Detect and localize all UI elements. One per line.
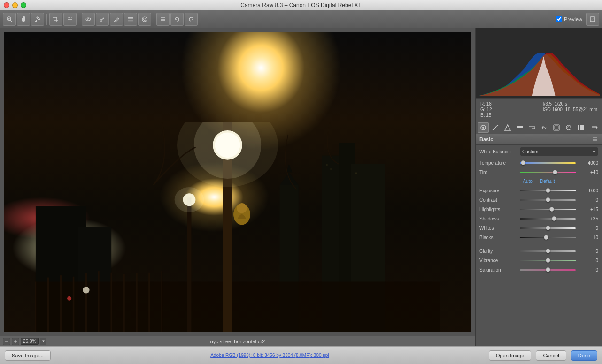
auto-button[interactable]: Auto	[523, 179, 533, 184]
red-eye-tool[interactable]	[82, 13, 95, 26]
adjustments-panel: Basic White Balance: Custom As Shot Auto…	[476, 134, 602, 346]
svg-point-50	[177, 122, 278, 187]
temperature-row: Temperature 4000	[476, 158, 602, 167]
camera-info: R: 18 G: 12 B: 15 f/3.5 1/20 s ISO 1600 …	[476, 99, 602, 121]
zoom-tool[interactable]	[3, 13, 16, 26]
svg-rect-13	[128, 17, 133, 18]
panel-tool-tone-curve[interactable]	[490, 122, 501, 133]
zoom-out-button[interactable]	[3, 338, 10, 345]
separator-1	[46, 14, 47, 25]
saturation-row: Saturation 0	[476, 265, 602, 274]
adjustment-brush-tool[interactable]	[110, 13, 123, 26]
svg-rect-65	[517, 127, 523, 128]
exposure-slider[interactable]	[520, 187, 576, 194]
save-image-button[interactable]: Save Image...	[5, 350, 51, 361]
rotate-ccw-tool[interactable]	[170, 13, 184, 26]
basic-section-title: Basic	[479, 136, 493, 142]
blacks-row: Blacks -10	[476, 233, 602, 242]
blacks-value[interactable]: -10	[579, 235, 598, 240]
preferences-tool[interactable]	[156, 13, 170, 26]
zoom-in-button[interactable]	[12, 338, 19, 345]
aperture-shutter: f/3.5 1/20 s	[543, 101, 597, 106]
whites-slider[interactable]	[520, 225, 576, 231]
panel-section-menu[interactable]	[589, 122, 600, 133]
temperature-slider[interactable]	[520, 159, 576, 166]
preview-checkbox[interactable]	[556, 16, 562, 22]
vibrance-slider[interactable]	[520, 257, 576, 264]
svg-rect-60	[15, 340, 16, 343]
close-button[interactable]	[4, 2, 9, 8]
shadows-row: Shadows +35	[476, 214, 602, 223]
tint-label: Tint	[479, 170, 517, 175]
tint-slider[interactable]	[520, 169, 576, 175]
highlights-slider[interactable]	[520, 206, 576, 212]
whites-value[interactable]: 0	[579, 226, 598, 231]
panel-tool-camera-cal[interactable]	[563, 122, 574, 133]
straighten-tool[interactable]	[63, 13, 77, 26]
contrast-value[interactable]: 0	[579, 197, 598, 203]
blacks-label: Blacks	[479, 235, 517, 240]
saturation-slider[interactable]	[520, 266, 576, 273]
svg-rect-71	[555, 126, 558, 129]
svg-rect-14	[128, 18, 133, 19]
panel-tool-presets[interactable]	[575, 122, 587, 133]
svg-marker-79	[596, 127, 598, 129]
highlights-value[interactable]: +15	[579, 207, 598, 212]
file-info[interactable]: Adobe RGB (1998); 8 bit; 3456 by 2304 (8…	[55, 353, 484, 358]
done-button[interactable]: Done	[571, 350, 597, 361]
svg-rect-75	[582, 125, 584, 130]
white-balance-select[interactable]: Custom As Shot Auto Daylight Cloudy Shad…	[520, 147, 598, 156]
basic-section-header: Basic	[476, 134, 602, 145]
spot-healing-tool[interactable]	[96, 13, 109, 26]
svg-line-1	[10, 20, 12, 22]
rotate-cw-tool[interactable]	[185, 13, 198, 26]
default-button[interactable]: Default	[540, 179, 555, 184]
fullscreen-button[interactable]	[586, 13, 599, 26]
shadows-slider[interactable]	[520, 215, 576, 222]
saturation-value[interactable]: 0	[579, 267, 598, 273]
svg-rect-30	[330, 168, 332, 170]
exif-info: f/3.5 1/20 s ISO 1600 18–55@21 mm	[543, 101, 597, 118]
section-menu-icon[interactable]	[592, 136, 598, 143]
zoom-stepper[interactable]: ▼	[40, 338, 46, 345]
preview-checkbox-label[interactable]: Preview	[556, 16, 582, 22]
white-balance-tool[interactable]	[31, 13, 44, 26]
image-canvas[interactable]	[4, 32, 471, 332]
histogram-svg	[478, 30, 600, 96]
clarity-value[interactable]: 0	[579, 249, 598, 254]
b-value: B: 15	[480, 113, 492, 118]
radial-filter-tool[interactable]	[138, 13, 151, 26]
panel-tool-lens[interactable]: fx	[539, 122, 550, 133]
tint-value[interactable]: +40	[579, 170, 598, 175]
crop-tool[interactable]	[49, 13, 62, 26]
panel-tool-effects[interactable]	[551, 122, 562, 133]
image-statusbar: 26.3% ▼ nyc street horizontal.cr2	[0, 336, 475, 346]
exposure-label: Exposure	[479, 188, 517, 193]
titlebar: Camera Raw 8.3 – Canon EOS Digital Rebel…	[0, 0, 602, 10]
minimize-button[interactable]	[12, 2, 18, 8]
svg-point-55	[237, 203, 247, 213]
contrast-slider[interactable]	[520, 197, 576, 203]
clarity-row: Clarity 0	[476, 246, 602, 256]
hand-tool[interactable]	[17, 13, 30, 26]
open-image-button[interactable]: Open Image	[489, 350, 532, 361]
clarity-slider[interactable]	[520, 248, 576, 254]
temperature-value[interactable]: 4000	[579, 160, 598, 166]
svg-rect-31	[355, 173, 357, 174]
exposure-value[interactable]: 0.00	[579, 188, 598, 193]
image-filename: nyc street horizontal.cr2	[210, 339, 265, 344]
cancel-button[interactable]: Cancel	[536, 350, 566, 361]
svg-rect-15	[128, 20, 133, 21]
panel-tool-basic[interactable]	[478, 122, 489, 133]
svg-marker-63	[505, 125, 510, 130]
vibrance-row: Vibrance 0	[476, 256, 602, 265]
shadows-value[interactable]: +35	[579, 216, 598, 221]
blacks-slider[interactable]	[520, 234, 576, 241]
panel-tool-hsl[interactable]	[514, 122, 525, 133]
maximize-button[interactable]	[21, 2, 26, 8]
panel-tool-split-tone[interactable]	[526, 122, 538, 133]
grad-filter-tool[interactable]	[124, 13, 137, 26]
panel-tool-detail[interactable]	[502, 122, 513, 133]
vibrance-value[interactable]: 0	[579, 258, 598, 263]
svg-point-18	[144, 18, 146, 20]
